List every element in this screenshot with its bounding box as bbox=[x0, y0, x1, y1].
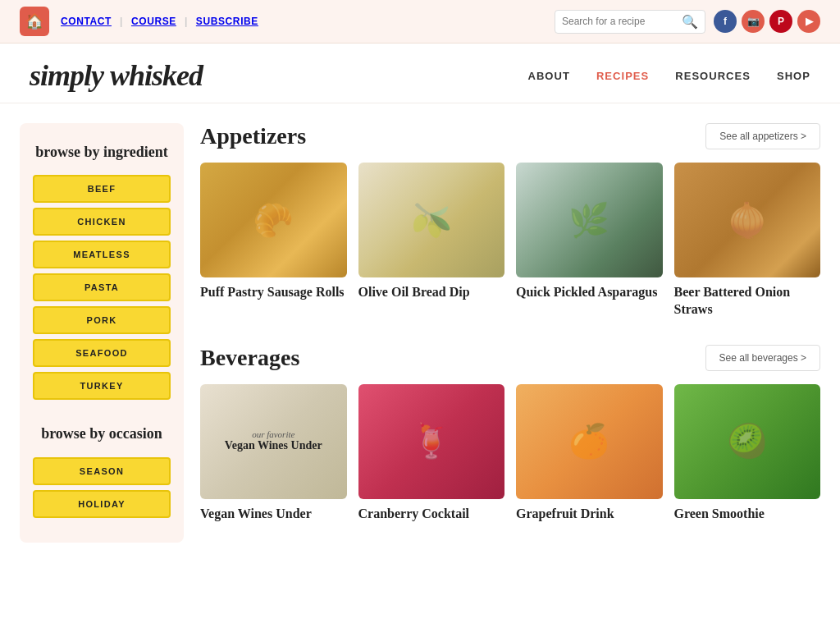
sidebar-btn-chicken[interactable]: CHICKEN bbox=[33, 208, 171, 236]
main-nav: simply whisked ABOUT RECIPES RESOURCES S… bbox=[0, 44, 840, 103]
beverages-title: Beverages bbox=[200, 345, 299, 371]
search-box[interactable]: 🔍 bbox=[555, 10, 705, 34]
resources-link[interactable]: RESOURCES bbox=[675, 70, 751, 82]
sidebar-btn-pasta[interactable]: PASTA bbox=[33, 273, 171, 301]
food-detail: 🥝 bbox=[674, 384, 821, 499]
recipe-title-grapefruit: Grapefruit Drink bbox=[516, 506, 663, 523]
food-detail: 🍹 bbox=[358, 384, 505, 499]
site-title-part2: whisked bbox=[110, 59, 203, 92]
contact-link[interactable]: CONTACT bbox=[61, 16, 112, 27]
recipe-title-onion-straws: Beer Battered Onion Straws bbox=[674, 284, 821, 319]
sidebar-btn-pork[interactable]: PORK bbox=[33, 306, 171, 334]
appetizers-grid: 🥐 Puff Pastry Sausage Rolls 🫒 Olive Oil … bbox=[200, 163, 820, 319]
facebook-icon[interactable]: f bbox=[714, 10, 737, 33]
recipe-card-vegan-wines[interactable]: our favorite Vegan Wines Under Vegan Win… bbox=[200, 384, 347, 523]
sidebar: browse by ingredient BEEF CHICKEN MEATLE… bbox=[20, 123, 184, 543]
pinterest-icon[interactable]: P bbox=[769, 10, 792, 33]
shop-link[interactable]: SHOP bbox=[777, 70, 810, 82]
recipe-image-smoothie: 🥝 bbox=[674, 384, 821, 499]
recipe-image-olive-oil-dip: 🫒 bbox=[358, 163, 505, 277]
separator: | bbox=[185, 16, 188, 27]
appetizers-header: Appetizers See all appetizers > bbox=[200, 123, 820, 149]
vegan-wine-title: Vegan Wines Under bbox=[225, 439, 322, 453]
instagram-icon[interactable]: 📷 bbox=[742, 10, 765, 33]
recipe-title-smoothie: Green Smoothie bbox=[674, 506, 821, 523]
separator: | bbox=[120, 16, 123, 27]
logo-icon[interactable]: 🏠 bbox=[20, 7, 49, 36]
sidebar-btn-meatless[interactable]: MEATLESS bbox=[33, 241, 171, 268]
food-detail: 🌿 bbox=[516, 163, 663, 277]
sidebar-divider bbox=[33, 405, 171, 424]
recipe-title-cocktail: Cranberry Cocktail bbox=[358, 506, 505, 523]
youtube-icon[interactable]: ▶ bbox=[797, 10, 820, 33]
appetizers-title: Appetizers bbox=[200, 123, 306, 149]
appetizers-section: Appetizers See all appetizers > 🥐 Puff P… bbox=[200, 123, 820, 319]
recipe-card-onion-straws[interactable]: 🧅 Beer Battered Onion Straws bbox=[674, 163, 821, 319]
food-detail: 🥐 bbox=[200, 163, 347, 277]
about-link[interactable]: ABOUT bbox=[527, 70, 569, 82]
sidebar-btn-turkey[interactable]: TURKEY bbox=[33, 372, 171, 400]
main-content: Appetizers See all appetizers > 🥐 Puff P… bbox=[200, 123, 820, 548]
main-nav-links: ABOUT RECIPES RESOURCES SHOP bbox=[527, 70, 810, 82]
search-icon[interactable]: 🔍 bbox=[682, 14, 698, 30]
top-nav-left: 🏠 CONTACT | COURSE | SUBSCRIBE bbox=[20, 7, 258, 36]
recipe-image-grapefruit: 🍊 bbox=[516, 384, 663, 499]
recipe-card-asparagus[interactable]: 🌿 Quick Pickled Asparagus bbox=[516, 163, 663, 319]
recipe-image-onion-straws: 🧅 bbox=[674, 163, 821, 277]
recipe-image-asparagus: 🌿 bbox=[516, 163, 663, 277]
see-all-appetizers-button[interactable]: See all appetizers > bbox=[705, 123, 820, 149]
beverages-section: Beverages See all beverages > our favori… bbox=[200, 345, 820, 523]
vegan-wine-overlay: our favorite Vegan Wines Under bbox=[200, 384, 347, 499]
recipe-image-cocktail: 🍹 bbox=[358, 384, 505, 499]
subscribe-link[interactable]: SUBSCRIBE bbox=[196, 16, 258, 27]
search-input[interactable] bbox=[562, 16, 677, 27]
sidebar-btn-holiday[interactable]: HOLIDAY bbox=[33, 490, 171, 518]
vegan-wine-script: our favorite bbox=[252, 429, 294, 439]
social-icons: f 📷 P ▶ bbox=[714, 10, 820, 33]
recipe-title-asparagus: Quick Pickled Asparagus bbox=[516, 284, 663, 301]
sidebar-occasion-title: browse by occasion bbox=[33, 424, 171, 443]
recipe-title-olive-oil-dip: Olive Oil Bread Dip bbox=[358, 284, 505, 301]
sidebar-btn-seafood[interactable]: SEAFOOD bbox=[33, 339, 171, 367]
food-detail: 🧅 bbox=[674, 163, 821, 277]
recipe-card-smoothie[interactable]: 🥝 Green Smoothie bbox=[674, 384, 821, 523]
top-nav: 🏠 CONTACT | COURSE | SUBSCRIBE 🔍 f 📷 P ▶ bbox=[0, 0, 840, 44]
beverages-header: Beverages See all beverages > bbox=[200, 345, 820, 371]
recipe-image-vegan-wines: our favorite Vegan Wines Under bbox=[200, 384, 347, 499]
recipe-card-sausage-rolls[interactable]: 🥐 Puff Pastry Sausage Rolls bbox=[200, 163, 347, 319]
beverages-grid: our favorite Vegan Wines Under Vegan Win… bbox=[200, 384, 820, 523]
page-layout: browse by ingredient BEEF CHICKEN MEATLE… bbox=[0, 103, 840, 548]
site-title-part1: simply bbox=[30, 59, 103, 92]
site-title: simply whisked bbox=[30, 58, 203, 93]
top-nav-right: 🔍 f 📷 P ▶ bbox=[555, 10, 820, 34]
food-detail: 🍊 bbox=[516, 384, 663, 499]
recipe-image-sausage-rolls: 🥐 bbox=[200, 163, 347, 277]
recipe-card-cocktail[interactable]: 🍹 Cranberry Cocktail bbox=[358, 384, 505, 523]
recipe-title-vegan-wines: Vegan Wines Under bbox=[200, 506, 347, 523]
sidebar-btn-season[interactable]: SEASON bbox=[33, 457, 171, 485]
food-detail: 🫒 bbox=[358, 163, 505, 277]
see-all-beverages-button[interactable]: See all beverages > bbox=[705, 345, 820, 371]
recipe-card-grapefruit[interactable]: 🍊 Grapefruit Drink bbox=[516, 384, 663, 523]
course-link[interactable]: COURSE bbox=[131, 16, 176, 27]
recipe-card-olive-oil-dip[interactable]: 🫒 Olive Oil Bread Dip bbox=[358, 163, 505, 319]
recipe-title-sausage-rolls: Puff Pastry Sausage Rolls bbox=[200, 284, 347, 301]
sidebar-ingredient-title: browse by ingredient bbox=[33, 143, 171, 162]
sidebar-btn-beef[interactable]: BEEF bbox=[33, 175, 171, 203]
recipes-link[interactable]: RECIPES bbox=[596, 70, 649, 82]
top-nav-links: CONTACT | COURSE | SUBSCRIBE bbox=[61, 16, 258, 27]
